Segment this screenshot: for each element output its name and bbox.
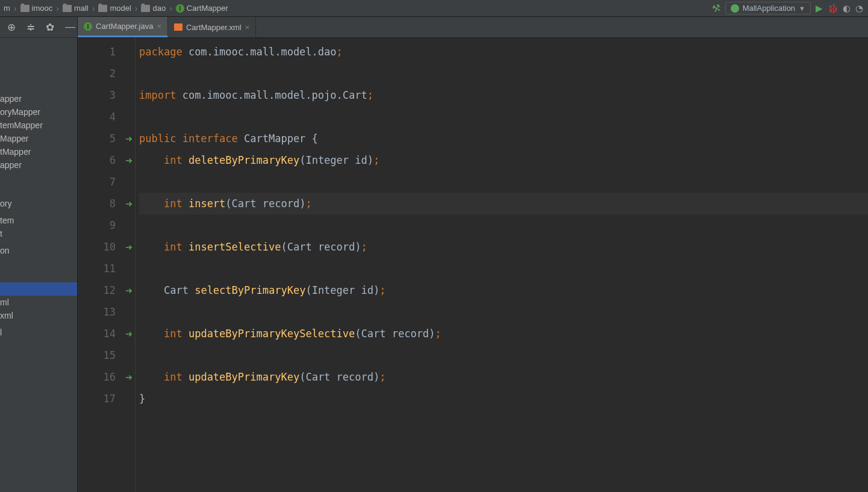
- tab-label: CartMapper.xml: [186, 23, 242, 32]
- gutter-line[interactable]: 8➔💡: [78, 193, 135, 214]
- implements-arrow-icon[interactable]: ➔: [125, 193, 133, 214]
- debug-icon[interactable]: 🐞: [828, 4, 838, 13]
- interface-icon: I: [84, 22, 92, 31]
- gutter-line[interactable]: 10➔: [78, 236, 135, 258]
- breadcrumb-item[interactable]: dao: [140, 4, 167, 13]
- gutter-line[interactable]: 11: [78, 258, 135, 279]
- code-line[interactable]: int updateByPrimaryKeySelective(Cart rec…: [139, 323, 868, 344]
- build-icon[interactable]: ⚒: [710, 2, 721, 15]
- gutter-line[interactable]: 4: [78, 106, 135, 128]
- code-line[interactable]: }: [139, 388, 868, 409]
- breadcrumb-item[interactable]: imooc: [19, 4, 54, 13]
- code-line[interactable]: [139, 344, 868, 366]
- implements-arrow-icon[interactable]: ➔: [125, 236, 133, 258]
- tree-item[interactable]: xml: [0, 309, 77, 322]
- breadcrumb-item[interactable]: m: [2, 4, 11, 13]
- tree-item[interactable]: temMapper: [0, 119, 77, 132]
- implements-arrow-icon[interactable]: ➔: [125, 323, 133, 344]
- chevron-right-icon: ›: [91, 4, 96, 13]
- code-line[interactable]: int insertSelective(Cart record);: [139, 236, 868, 258]
- breadcrumb-item[interactable]: model: [97, 4, 132, 13]
- tab-bar: I CartMapper.java × CartMapper.xml ×: [78, 17, 868, 38]
- interface-icon: I: [176, 4, 184, 13]
- code-line[interactable]: [139, 301, 868, 323]
- breadcrumb-file[interactable]: ICartMapper: [175, 4, 229, 13]
- project-tree[interactable]: apper oryMapper temMapper Mapper tMapper…: [0, 38, 77, 492]
- chevron-right-icon: ›: [168, 4, 173, 13]
- nav-actions: ⚒ MallApplication ▼ ▶ 🐞 ◐ ◔: [712, 2, 863, 14]
- code-line[interactable]: int insert(Cart record);: [139, 193, 868, 214]
- project-sidebar: ⊕ ≑ ✿ — apper oryMapper temMapper Mapper…: [0, 17, 78, 492]
- coverage-icon[interactable]: ◐: [843, 3, 851, 14]
- minimize-icon[interactable]: —: [65, 21, 75, 33]
- code-line[interactable]: package com.imooc.mall.model.dao;: [139, 41, 868, 63]
- collapse-icon[interactable]: ≑: [27, 21, 35, 34]
- close-icon[interactable]: ×: [245, 23, 250, 32]
- folder-icon: [141, 5, 150, 12]
- gutter[interactable]: 12345➔6➔78➔💡910➔1112➔1314➔1516➔17: [78, 38, 136, 492]
- top-navbar: m › imooc › mall › model › dao › ICartMa…: [0, 0, 868, 17]
- tab-label: CartMapper.java: [96, 22, 153, 31]
- chevron-right-icon: ›: [13, 4, 18, 13]
- gear-icon[interactable]: ✿: [46, 21, 54, 34]
- tree-item-selected[interactable]: [0, 282, 77, 296]
- gutter-line[interactable]: 14➔: [78, 323, 135, 344]
- chevron-down-icon: ▼: [799, 5, 805, 12]
- code-line[interactable]: public interface CartMapper {: [139, 128, 868, 149]
- implements-arrow-icon[interactable]: ➔: [125, 128, 133, 149]
- breadcrumb: m › imooc › mall › model › dao › ICartMa…: [0, 4, 229, 13]
- folder-icon: [63, 5, 72, 12]
- tree-item[interactable]: t: [0, 227, 77, 240]
- tree-item[interactable]: tMapper: [0, 145, 77, 158]
- locate-icon[interactable]: ⊕: [7, 21, 16, 34]
- gutter-line[interactable]: 7: [78, 171, 135, 193]
- run-icon[interactable]: ▶: [816, 3, 823, 14]
- run-config-selector[interactable]: MallApplication ▼: [725, 2, 811, 14]
- editor-area: I CartMapper.java × CartMapper.xml × 123…: [78, 17, 868, 492]
- gutter-line[interactable]: 17: [78, 388, 135, 409]
- tab-cartmapper-java[interactable]: I CartMapper.java ×: [78, 17, 168, 37]
- tree-item[interactable]: apper: [0, 92, 77, 105]
- breadcrumb-item[interactable]: mall: [61, 4, 90, 13]
- gutter-line[interactable]: 3: [78, 84, 135, 106]
- gutter-line[interactable]: 15: [78, 344, 135, 366]
- gutter-line[interactable]: 6➔: [78, 149, 135, 171]
- implements-arrow-icon[interactable]: ➔: [125, 149, 133, 171]
- code-editor[interactable]: 12345➔6➔78➔💡910➔1112➔1314➔1516➔17 packag…: [78, 38, 868, 492]
- chevron-right-icon: ›: [55, 4, 60, 13]
- gutter-line[interactable]: 9: [78, 214, 135, 236]
- gutter-line[interactable]: 13: [78, 301, 135, 323]
- code-line[interactable]: [139, 258, 868, 279]
- close-icon[interactable]: ×: [157, 22, 161, 31]
- code-line[interactable]: [139, 171, 868, 193]
- profile-icon[interactable]: ◔: [855, 3, 863, 14]
- tree-item[interactable]: ml: [0, 296, 77, 309]
- code-line[interactable]: Cart selectByPrimaryKey(Integer id);: [139, 279, 868, 301]
- xml-icon: [174, 23, 183, 31]
- tree-item[interactable]: Mapper: [0, 132, 77, 145]
- tab-cartmapper-xml[interactable]: CartMapper.xml ×: [168, 17, 256, 37]
- sidebar-toolbar: ⊕ ≑ ✿ —: [0, 17, 77, 38]
- gutter-line[interactable]: 5➔: [78, 128, 135, 149]
- tree-item[interactable]: ory: [0, 197, 77, 210]
- gutter-line[interactable]: 16➔: [78, 366, 135, 388]
- code-line[interactable]: [139, 214, 868, 236]
- tree-item[interactable]: l: [0, 326, 77, 339]
- gutter-line[interactable]: 12➔: [78, 279, 135, 301]
- tree-item[interactable]: apper: [0, 158, 77, 172]
- folder-icon: [20, 5, 30, 12]
- code-line[interactable]: import com.imooc.mall.model.pojo.Cart;: [139, 84, 868, 106]
- code-line[interactable]: int updateByPrimaryKey(Cart record);: [139, 366, 868, 388]
- code-content[interactable]: package com.imooc.mall.model.dao;import …: [136, 38, 868, 492]
- gutter-line[interactable]: 1: [78, 41, 135, 63]
- code-line[interactable]: int deleteByPrimaryKey(Integer id);: [139, 149, 868, 171]
- spring-icon: [731, 4, 739, 13]
- implements-arrow-icon[interactable]: ➔: [125, 279, 133, 301]
- tree-item[interactable]: on: [0, 244, 77, 257]
- implements-arrow-icon[interactable]: ➔: [125, 366, 133, 388]
- code-line[interactable]: [139, 63, 868, 84]
- tree-item[interactable]: tem: [0, 214, 77, 227]
- tree-item[interactable]: oryMapper: [0, 105, 77, 119]
- code-line[interactable]: [139, 106, 868, 128]
- gutter-line[interactable]: 2: [78, 63, 135, 84]
